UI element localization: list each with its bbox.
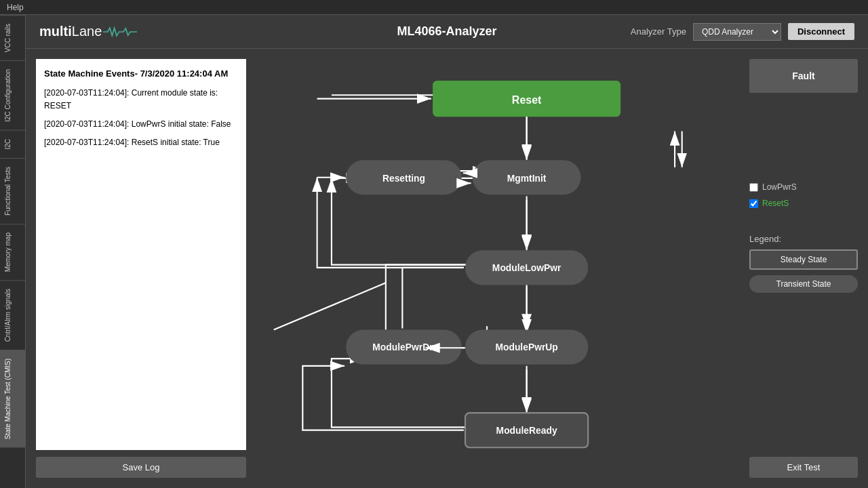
svg-text:MgmtInit: MgmtInit [507, 173, 547, 184]
diagram: Reset Resetting MgmtInit ModuleLowPwr Mo… [256, 59, 739, 478]
logo: multiLane [39, 24, 137, 39]
legend-transient-state: Transient State [749, 275, 858, 293]
svg-text:Reset: Reset [512, 94, 542, 106]
log-entry-0: [2020-07-03T11:24:04]: Current module st… [44, 87, 238, 113]
sidebar-item-state-machine[interactable]: State Machine Test (CMIS) [0, 350, 25, 447]
log-entry-2: [2020-07-03T11:24:04]: ResetS initial st… [44, 136, 238, 149]
sidebar-item-i2c[interactable]: I2C [0, 130, 25, 158]
log-entry-1: [2020-07-03T11:24:04]: LowPwrS initial s… [44, 118, 238, 131]
save-log-button[interactable]: Save Log [36, 457, 246, 478]
log-title: State Machine Events- 7/3/2020 11:24:04 … [44, 67, 238, 81]
log-box: State Machine Events- 7/3/2020 11:24:04 … [36, 59, 246, 450]
analyzer-type-label: Analyzer Type [631, 26, 686, 37]
svg-text:ModuleReady: ModuleReady [496, 425, 557, 436]
logo-text: multiLane [39, 24, 102, 39]
right-panel: Fault LowPwrS ResetS Legend: Steady Stat… [749, 59, 858, 478]
content: multiLane ML4066-Analyzer Analyzer Type … [26, 15, 868, 488]
sidebar-item-vcc[interactable]: VCC rails [0, 15, 25, 60]
logo-wave-icon [103, 25, 137, 39]
disconnect-button[interactable]: Disconnect [788, 23, 854, 40]
sidebar-item-functional-tests[interactable]: Functional Tests [0, 158, 25, 224]
page-title: ML4066-Analyzer [397, 24, 496, 39]
reset-s-checkbox[interactable] [749, 199, 758, 208]
reset-s-row: ResetS [749, 199, 858, 208]
menubar: Help [0, 0, 868, 15]
legend-steady-state: Steady State [749, 249, 858, 270]
sidebar-item-i2c-config[interactable]: I2C Configuration [0, 60, 25, 130]
svg-line-11 [274, 283, 386, 329]
header-right: Analyzer Type QDD Analyzer Disconnect [631, 23, 854, 41]
help-menu[interactable]: Help [7, 3, 24, 12]
analyzer-type-select[interactable]: QDD Analyzer [693, 23, 781, 41]
sidebar: VCC rails I2C Configuration I2C Function… [0, 15, 26, 488]
state-machine-diagram: Reset Resetting MgmtInit ModuleLowPwr Mo… [256, 59, 739, 478]
sidebar-item-memory-map[interactable]: Memory map [0, 224, 25, 280]
header: multiLane ML4066-Analyzer Analyzer Type … [26, 15, 868, 49]
fault-box: Fault [749, 59, 858, 93]
reset-s-label: ResetS [762, 199, 789, 208]
low-pwr-s-checkbox[interactable] [749, 183, 758, 192]
body: State Machine Events- 7/3/2020 11:24:04 … [26, 49, 868, 488]
exit-test-button[interactable]: Exit Test [749, 457, 858, 478]
log-panel: State Machine Events- 7/3/2020 11:24:04 … [36, 59, 246, 478]
svg-text:Resetting: Resetting [382, 173, 425, 184]
low-pwr-s-label: LowPwrS [762, 182, 797, 192]
svg-text:ModuleLowPwr: ModuleLowPwr [492, 262, 561, 273]
low-pwr-s-row: LowPwrS [749, 182, 858, 192]
legend-title: Legend: [749, 234, 858, 244]
svg-text:ModulePwrUp: ModulePwrUp [495, 342, 557, 352]
main-container: VCC rails I2C Configuration I2C Function… [0, 15, 868, 488]
sidebar-item-cntrl-alarm[interactable]: Cntrl/Alrm signals [0, 280, 25, 350]
